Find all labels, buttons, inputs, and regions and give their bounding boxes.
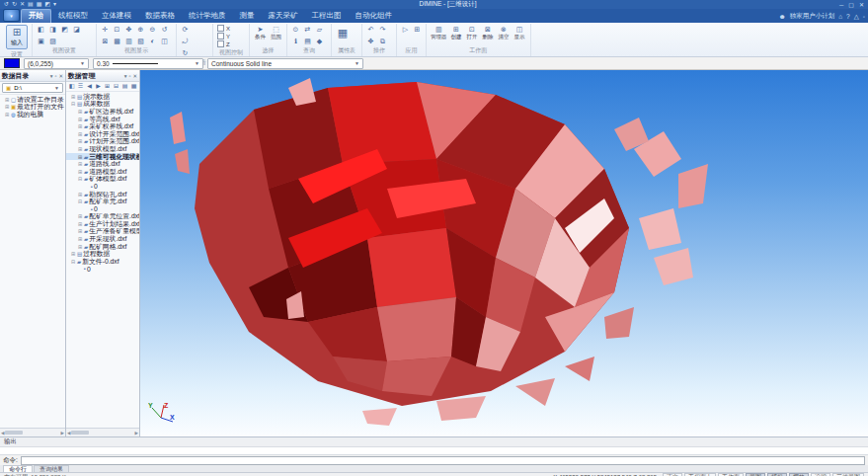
view-custom-icon[interactable]: ▨: [48, 37, 57, 45]
expander-icon[interactable]: ⊞: [70, 251, 76, 257]
import-button[interactable]: ⊞ 输入: [6, 25, 28, 49]
tree-item[interactable]: ⊞ ▰ 采矿权界线.dxf: [66, 122, 139, 130]
settings-icon[interactable]: ◩: [44, 0, 50, 9]
style-icon[interactable]: ◦: [863, 13, 865, 21]
tree-item[interactable]: ⊟ ▰ 配矿单元.dxf: [66, 198, 139, 205]
status-toggle[interactable]: 正交: [663, 473, 682, 476]
rotate-axis-icon[interactable]: ⤾: [181, 37, 190, 45]
tree-item[interactable]: ▪ 0: [66, 266, 139, 274]
scroll-right-icon[interactable]: ▶: [135, 431, 138, 436]
status-toggle[interactable]: 三维视图: [832, 473, 864, 476]
active-color-swatch[interactable]: [4, 58, 20, 68]
workspace-create-button[interactable]: ⊞ 创建: [450, 25, 463, 40]
scroll-left-icon[interactable]: ◀: [1, 431, 4, 436]
tree-item[interactable]: ⊞ ▰ 生产准备矿量模型.dxf: [66, 228, 139, 236]
snapshot-icon[interactable]: ▦: [37, 0, 42, 9]
expander-icon[interactable]: ⊞: [70, 94, 76, 100]
move-icon[interactable]: ✥: [366, 37, 375, 45]
expander-icon[interactable]: ⊞: [77, 161, 83, 167]
zoom-out-icon[interactable]: ⊖: [148, 25, 157, 34]
scroll-thumb[interactable]: [71, 431, 89, 435]
redo-op-icon[interactable]: ↷: [378, 25, 387, 34]
tree-item[interactable]: ▪ 0: [66, 183, 139, 191]
expander-icon[interactable]: ⊞: [77, 131, 83, 137]
expander-icon[interactable]: ⊞: [77, 138, 83, 144]
query-info-icon[interactable]: ℹ: [291, 37, 300, 45]
status-toggle[interactable]: 追踪: [811, 473, 830, 476]
query-area-icon[interactable]: ▱: [315, 25, 324, 34]
undo-icon[interactable]: ↺: [4, 0, 9, 9]
scroll-right-icon[interactable]: ▶: [61, 431, 64, 436]
command-input[interactable]: [21, 456, 865, 465]
tree-item[interactable]: ⊞ ▰ 设计开采范围.dxf: [66, 130, 139, 138]
customize-toolbar-icon[interactable]: ▾: [53, 0, 56, 9]
app-menu-button[interactable]: ▾: [3, 9, 20, 22]
drive-combo[interactable]: ▣ D:\ ▼: [2, 83, 63, 93]
status-toggle[interactable]: 视图: [746, 473, 765, 476]
tree-item[interactable]: ⊞ ▰ 现状模型.dxf: [66, 145, 139, 153]
status-toggle[interactable]: 工作面: [718, 473, 744, 476]
light-icon[interactable]: ◐: [148, 37, 157, 45]
ribbon-tab[interactable]: 开始: [21, 9, 51, 23]
attribute-table-icon[interactable]: ▦: [336, 25, 350, 40]
forward-icon[interactable]: ▶: [95, 82, 102, 91]
tree-item[interactable]: ⊟ ▤ 成果数据: [66, 101, 139, 109]
query-distance-icon[interactable]: ⇄: [303, 25, 312, 34]
ribbon-tab[interactable]: 自动化组件: [349, 10, 400, 23]
pan-icon[interactable]: ✥: [124, 25, 133, 34]
home-icon[interactable]: ⌂: [838, 13, 842, 21]
refresh-icon[interactable]: ↺: [160, 25, 169, 34]
clip-icon[interactable]: ◫: [160, 37, 169, 45]
collapse-ribbon-icon[interactable]: △: [854, 13, 859, 21]
minimize-icon[interactable]: ─: [839, 2, 843, 8]
expander-icon[interactable]: ⊞: [77, 117, 83, 122]
ribbon-tab[interactable]: 线框模型: [51, 10, 95, 23]
axis-lock-checkbox[interactable]: Z: [217, 40, 230, 47]
axis-lock-checkbox[interactable]: X: [217, 25, 230, 32]
tree-item[interactable]: ⊞ ▤ 过程数据: [66, 250, 139, 258]
expander-icon[interactable]: ⊞: [77, 192, 83, 198]
tree-item[interactable]: ▪ 0: [66, 205, 139, 213]
rotate-free-icon[interactable]: ⟳: [181, 25, 190, 34]
view-plane-icon[interactable]: ▣: [37, 37, 45, 45]
expander-icon[interactable]: ⊞: [77, 146, 83, 152]
tree-item[interactable]: ⊟ ▰ 新文件-0.dxf: [66, 258, 139, 266]
expander-icon[interactable]: ⊞: [77, 236, 83, 242]
zoom-in-icon[interactable]: ⊕: [136, 25, 145, 34]
wireframe-icon[interactable]: ▥: [124, 37, 133, 45]
status-toggle[interactable]: 栅格: [789, 473, 809, 476]
zoom-extents-icon[interactable]: ✛: [101, 25, 110, 34]
sort-icon[interactable]: ☰: [77, 82, 84, 91]
dock-menu-icon[interactable]: ▾: [50, 73, 53, 79]
workspace-open-button[interactable]: ⊡ 打开: [466, 25, 479, 40]
workspace-show-button[interactable]: ◫ 显示: [513, 25, 526, 40]
ribbon-tab[interactable]: 测量: [233, 10, 262, 23]
expander-icon[interactable]: ⊞: [77, 213, 83, 219]
expander-icon[interactable]: ⊟: [77, 198, 83, 204]
workspace-manager-button[interactable]: ▥ 管理器: [431, 25, 447, 40]
expander-icon[interactable]: ⊞: [77, 244, 83, 250]
scroll-left-icon[interactable]: ◀: [67, 431, 70, 436]
show-all-icon[interactable]: ▩: [113, 37, 121, 45]
expander-icon[interactable]: ⊞: [4, 97, 10, 103]
ribbon-tab[interactable]: 工程出图: [305, 10, 349, 23]
delete-icon[interactable]: ✕: [20, 0, 25, 9]
scroll-thumb[interactable]: [5, 431, 23, 435]
tree-item[interactable]: ⊞ ▰ 配矿单元位置.dxf: [66, 213, 139, 221]
workspace-clear-button[interactable]: ⊗ 清空: [498, 25, 511, 40]
tree-item[interactable]: ⊞ ▢ 请设置工作目录: [0, 96, 65, 104]
pin-icon[interactable]: ▫: [54, 73, 56, 79]
expander-icon[interactable]: ⊞: [77, 109, 83, 115]
pin-icon[interactable]: ▫: [128, 73, 130, 79]
hide-icon[interactable]: ⊠: [101, 37, 110, 45]
expander-icon[interactable]: ⊞: [77, 123, 83, 129]
close-panel-icon[interactable]: ✕: [132, 73, 137, 79]
view-side-icon[interactable]: ◩: [60, 25, 69, 34]
view-iso-icon[interactable]: ◪: [72, 25, 81, 34]
ribbon-tab[interactable]: 数据表格: [138, 10, 182, 23]
new-layer-icon[interactable]: ▤: [121, 82, 128, 91]
expander-icon[interactable]: ⊞: [77, 154, 83, 160]
expander-icon[interactable]: ⊞: [77, 169, 83, 175]
expander-icon[interactable]: ⊞: [77, 221, 83, 227]
line-width-combo[interactable]: 0.30 ▼: [93, 58, 203, 69]
